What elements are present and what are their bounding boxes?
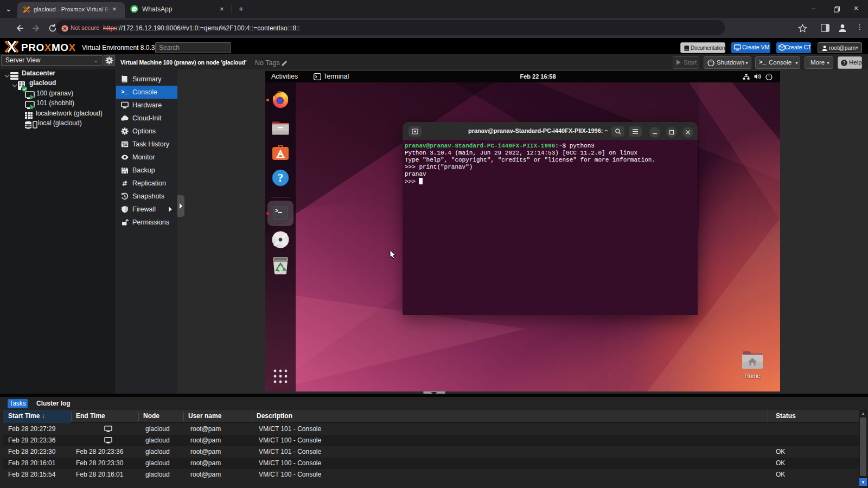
svg-text:?: ? [843,60,845,66]
svg-text:?: ? [278,171,284,184]
svg-text:>: > [275,208,278,214]
